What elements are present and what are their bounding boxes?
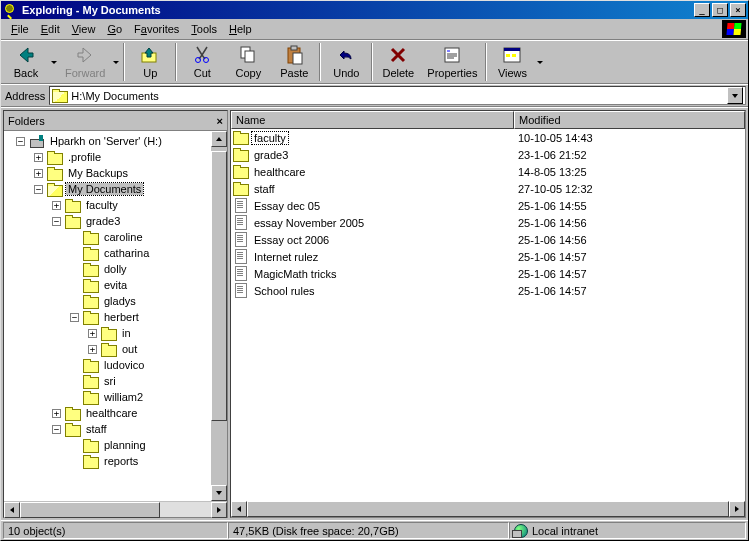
folder-icon (83, 279, 99, 292)
menu-help[interactable]: Help (223, 21, 258, 37)
tree-node[interactable]: sri (4, 373, 211, 389)
menu-view[interactable]: View (66, 21, 102, 37)
list-item[interactable]: Essay oct 200625-1-06 14:56 (231, 231, 745, 248)
paste-button[interactable]: Paste (271, 42, 317, 82)
list-item[interactable]: Internet rulez25-1-06 14:57 (231, 248, 745, 265)
tree-vscrollbar[interactable] (211, 131, 227, 501)
document-icon (233, 215, 249, 230)
status-zone: Local intranet (509, 522, 746, 539)
views-button[interactable]: Views (489, 42, 535, 82)
tree-node[interactable]: +.profile (4, 149, 211, 165)
tree-node[interactable]: caroline (4, 229, 211, 245)
folder-icon (83, 311, 99, 324)
list-item[interactable]: School rules25-1-06 14:57 (231, 282, 745, 299)
back-arrow-icon (16, 45, 36, 65)
address-field[interactable]: H:\My Documents (49, 86, 746, 105)
windows-logo (722, 20, 746, 38)
maximize-button[interactable]: □ (712, 3, 728, 17)
list-item[interactable]: grade323-1-06 21:52 (231, 146, 745, 163)
folder-icon (83, 455, 99, 468)
list-item[interactable]: faculty10-10-05 14:43 (231, 129, 745, 146)
tree-node[interactable]: +My Backups (4, 165, 211, 181)
svg-rect-14 (504, 48, 520, 51)
menu-file[interactable]: File (5, 21, 35, 37)
menu-go[interactable]: Go (101, 21, 128, 37)
properties-icon (442, 45, 462, 65)
document-icon (233, 266, 249, 281)
folders-title: Folders (8, 115, 45, 127)
menubar: File Edit View Go Favorites Tools Help (1, 19, 748, 40)
scissors-icon (192, 45, 212, 65)
svg-point-2 (204, 58, 209, 63)
list-item[interactable]: staff27-10-05 12:32 (231, 180, 745, 197)
folder-icon (65, 423, 81, 436)
tree-node-mydocuments[interactable]: −My Documents (4, 181, 211, 197)
svg-rect-6 (291, 46, 297, 50)
document-icon (233, 249, 249, 264)
cut-button[interactable]: Cut (179, 42, 225, 82)
forward-button: Forward (59, 42, 111, 82)
back-dropdown[interactable] (49, 61, 59, 64)
folder-icon (83, 359, 99, 372)
tree-node[interactable]: catharina (4, 245, 211, 261)
column-name[interactable]: Name (231, 111, 514, 129)
minimize-button[interactable]: _ (694, 3, 710, 17)
list-item[interactable]: healthcare14-8-05 13:25 (231, 163, 745, 180)
up-button[interactable]: Up (127, 42, 173, 82)
drive-icon (29, 135, 45, 148)
tree-node[interactable]: −grade3 (4, 213, 211, 229)
tree-node[interactable]: evita (4, 277, 211, 293)
tree-hscrollbar[interactable] (4, 501, 227, 517)
svg-rect-15 (506, 54, 510, 57)
document-icon (233, 283, 249, 298)
folder-icon (52, 89, 68, 102)
back-button[interactable]: Back (3, 42, 49, 82)
tree-node[interactable]: gladys (4, 293, 211, 309)
tree-node[interactable]: reports (4, 453, 211, 469)
undo-button[interactable]: Undo (323, 42, 369, 82)
undo-icon (336, 45, 356, 65)
up-folder-icon (140, 45, 160, 65)
tree-node[interactable]: william2 (4, 389, 211, 405)
folder-icon (47, 151, 63, 164)
tree-node[interactable]: ludovico (4, 357, 211, 373)
tree-node[interactable]: +faculty (4, 197, 211, 213)
menu-favorites[interactable]: Favorites (128, 21, 185, 37)
properties-button[interactable]: Properties (421, 42, 483, 82)
intranet-icon (514, 524, 528, 538)
tree-node[interactable]: −herbert (4, 309, 211, 325)
copy-icon (238, 45, 258, 65)
files-hscrollbar[interactable] (231, 501, 745, 517)
menu-tools[interactable]: Tools (185, 21, 223, 37)
tree-node[interactable]: +in (4, 325, 211, 341)
address-label: Address (3, 90, 49, 102)
status-size: 47,5KB (Disk free space: 20,7GB) (228, 522, 509, 539)
list-item[interactable]: MagicMath tricks25-1-06 14:57 (231, 265, 745, 282)
folders-close-button[interactable]: × (217, 115, 223, 127)
folder-icon (83, 295, 99, 308)
folders-pane: Folders × −Hparkh on 'Server' (H:) +.pro… (3, 110, 228, 518)
column-modified[interactable]: Modified (514, 111, 745, 129)
folder-icon (65, 199, 81, 212)
folder-icon (83, 375, 99, 388)
views-dropdown[interactable] (535, 61, 545, 64)
copy-button[interactable]: Copy (225, 42, 271, 82)
tree-node-root[interactable]: −Hparkh on 'Server' (H:) (4, 133, 211, 149)
list-item[interactable]: essay November 200525-1-06 14:56 (231, 214, 745, 231)
delete-button[interactable]: Delete (375, 42, 421, 82)
titlebar[interactable]: Exploring - My Documents _ □ × (1, 1, 748, 19)
toolbar: Back Forward Up Cut Copy Paste Undo (1, 40, 748, 84)
tree-node[interactable]: planning (4, 437, 211, 453)
folder-icon (233, 131, 249, 144)
forward-dropdown[interactable] (111, 61, 121, 64)
folder-open-icon (47, 183, 63, 196)
menu-edit[interactable]: Edit (35, 21, 66, 37)
close-button[interactable]: × (730, 3, 746, 17)
address-dropdown[interactable] (727, 87, 743, 104)
tree-node[interactable]: +healthcare (4, 405, 211, 421)
list-item[interactable]: Essay dec 0525-1-06 14:55 (231, 197, 745, 214)
tree-node[interactable]: −staff (4, 421, 211, 437)
tree-node[interactable]: +out (4, 341, 211, 357)
folders-header: Folders × (4, 111, 227, 131)
tree-node[interactable]: dolly (4, 261, 211, 277)
